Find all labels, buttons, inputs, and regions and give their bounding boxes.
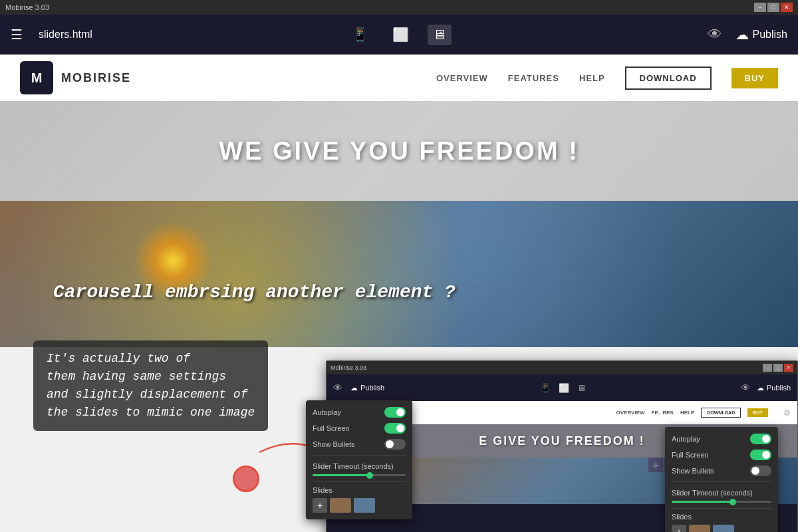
nav-download-button[interactable]: DOWNLOAD xyxy=(625,66,712,90)
r-settings-divider-1 xyxy=(672,481,771,482)
r-slider-timeout-label: Slider Timeout (seconds) xyxy=(672,489,753,497)
r-fullscreen-toggle[interactable] xyxy=(750,450,771,460)
tablet-device-icon[interactable]: ⬜ xyxy=(387,24,414,45)
preview-icon[interactable]: 👁 xyxy=(708,26,722,43)
fullscreen-toggle[interactable] xyxy=(384,423,406,434)
second-window-controls: − □ ✕ xyxy=(763,364,793,372)
cloud-icon: ☁ xyxy=(735,27,749,43)
maximize-button[interactable]: □ xyxy=(767,3,779,12)
add-slide-button[interactable]: + xyxy=(313,498,327,513)
r-fullscreen-row: Full Screen xyxy=(672,450,771,460)
sw-toolbar-right: 👁 ☁ Publish xyxy=(741,382,791,393)
r-show-bullets-label: Show Bullets xyxy=(672,467,714,475)
slider-timeout-thumb[interactable] xyxy=(366,472,373,479)
sw-nav-links: OVERVIEW FE...RES HELP DOWNLOAD BUY xyxy=(616,408,768,418)
nav-links: OVERVIEW FEATURES HELP DOWNLOAD BUY xyxy=(436,66,778,90)
settings-divider-1 xyxy=(313,455,406,456)
sw-buy: BUY xyxy=(747,408,768,417)
sw-preview-icon-right[interactable]: 👁 xyxy=(741,382,750,393)
sw-cloud-icon: ☁ xyxy=(350,384,358,392)
publish-button[interactable]: ☁ Publish xyxy=(735,27,787,43)
r-show-bullets-row: Show Bullets xyxy=(672,466,771,476)
sw-publish-btn-right[interactable]: ☁ Publish xyxy=(757,384,791,392)
sw-publish-btn-left[interactable]: ☁ Publish xyxy=(350,384,384,392)
slider-timeout-fill xyxy=(313,474,368,476)
r-slide-thumb-2[interactable] xyxy=(713,525,734,532)
hero-slider: WE GIVE YOU FREEDOM ! xyxy=(0,101,798,201)
sw-tablet-icon[interactable]: ⬜ xyxy=(559,383,569,393)
slide-thumb-1[interactable] xyxy=(330,498,351,513)
settings-panel-left: Autoplay Full Screen Show Bullets Slider… xyxy=(306,400,412,519)
slider-bg xyxy=(0,201,798,347)
slider-timeout-row: Slider Timeout (seconds) xyxy=(313,460,406,476)
app-title: Mobirise 3.03 xyxy=(5,3,49,11)
device-switcher: 📱 ⬜ 🖥 xyxy=(346,24,452,45)
settings-divider-2 xyxy=(313,481,406,482)
preview-navbar: M MOBIRISE OVERVIEW FEATURES HELP DOWNLO… xyxy=(0,55,798,101)
hero-title: WE GIVE YOU FREEDOM ! xyxy=(219,137,579,166)
sw-hero-title: E GIVE YOU FREEDOM ! xyxy=(479,434,645,448)
sw-maximize-btn[interactable]: □ xyxy=(773,364,783,372)
logo-text: MOBIRISE xyxy=(61,71,131,85)
slider-image-area xyxy=(0,201,798,347)
slider-timeout-track[interactable] xyxy=(313,474,406,476)
r-slides-row: + xyxy=(672,525,771,532)
show-bullets-row: Show Bullets xyxy=(313,439,406,450)
sw-cloud-icon-right: ☁ xyxy=(757,384,764,392)
r-slider-timeout-row: Slider Timeout (seconds) xyxy=(672,486,771,503)
mobile-device-icon[interactable]: 📱 xyxy=(346,24,374,45)
r-slide-thumb-1[interactable] xyxy=(689,525,710,532)
sw-edit-move-icon[interactable]: ⊹ xyxy=(648,458,663,472)
sw-publish-label: Publish xyxy=(360,384,384,392)
r-autoplay-toggle[interactable] xyxy=(750,434,771,444)
sw-minimize-btn[interactable]: − xyxy=(763,364,772,372)
title-bar: Mobirise 3.03 − □ ✕ xyxy=(0,0,798,15)
sw-features: FE...RES xyxy=(652,410,674,416)
nav-overview[interactable]: OVERVIEW xyxy=(436,73,488,83)
sw-mobile-icon[interactable]: 📱 xyxy=(540,383,551,393)
fullscreen-label: Full Screen xyxy=(313,424,350,432)
minimize-button[interactable]: − xyxy=(754,3,766,12)
r-settings-divider-2 xyxy=(672,508,771,509)
autoplay-label: Autoplay xyxy=(313,408,341,416)
r-slides-label: Slides xyxy=(672,513,771,521)
sw-help: HELP xyxy=(680,410,694,416)
sw-close-btn[interactable]: ✕ xyxy=(784,364,793,372)
sw-desktop-icon[interactable]: 🖥 xyxy=(577,383,586,393)
sw-publish-label-right: Publish xyxy=(767,384,791,392)
autoplay-toggle[interactable] xyxy=(384,407,406,418)
main-toolbar: ☰ sliders.html 📱 ⬜ 🖥 👁 ☁ Publish xyxy=(0,15,798,55)
publish-label: Publish xyxy=(753,29,787,41)
r-show-bullets-toggle[interactable] xyxy=(750,466,771,476)
nav-buy-button[interactable]: BUY xyxy=(732,68,778,88)
second-window-title: Mobirise 3.03 xyxy=(331,364,366,371)
sw-device-icons: 📱 ⬜ 🖥 xyxy=(540,383,586,393)
sparkle-effect xyxy=(133,221,213,301)
show-bullets-toggle[interactable] xyxy=(384,439,406,450)
logo-icon: M xyxy=(20,61,53,94)
filename-label: sliders.html xyxy=(39,29,92,41)
sw-preview-icon[interactable]: 👁 xyxy=(333,382,342,393)
desktop-device-icon[interactable]: 🖥 xyxy=(428,25,452,45)
close-button[interactable]: ✕ xyxy=(781,3,793,12)
sw-gear-icon[interactable]: ⚙ xyxy=(783,408,791,418)
sw-download: DOWNLOAD xyxy=(701,408,741,418)
canvas-area: M MOBIRISE OVERVIEW FEATURES HELP DOWNLO… xyxy=(0,55,798,532)
r-add-slide-button[interactable]: + xyxy=(672,525,686,532)
toolbar-right: 👁 ☁ Publish xyxy=(708,26,787,43)
nav-help[interactable]: HELP xyxy=(579,73,605,83)
window-controls: − □ ✕ xyxy=(754,3,793,12)
r-fullscreen-label: Full Screen xyxy=(672,451,709,459)
r-slider-timeout-track[interactable] xyxy=(672,501,771,503)
nav-features[interactable]: FEATURES xyxy=(508,73,559,83)
r-slider-timeout-thumb[interactable] xyxy=(730,499,736,505)
preview-logo: M MOBIRISE xyxy=(20,61,131,94)
menu-icon[interactable]: ☰ xyxy=(11,27,23,43)
slide-thumb-2[interactable] xyxy=(354,498,375,513)
slides-label: Slides xyxy=(313,486,406,494)
autoplay-row: Autoplay xyxy=(313,407,406,418)
settings-panel-right: Autoplay Full Screen Show Bullets Slider… xyxy=(665,427,778,532)
sw-overview: OVERVIEW xyxy=(616,410,645,416)
show-bullets-label: Show Bullets xyxy=(313,440,355,448)
slider-timeout-label: Slider Timeout (seconds) xyxy=(313,462,394,470)
